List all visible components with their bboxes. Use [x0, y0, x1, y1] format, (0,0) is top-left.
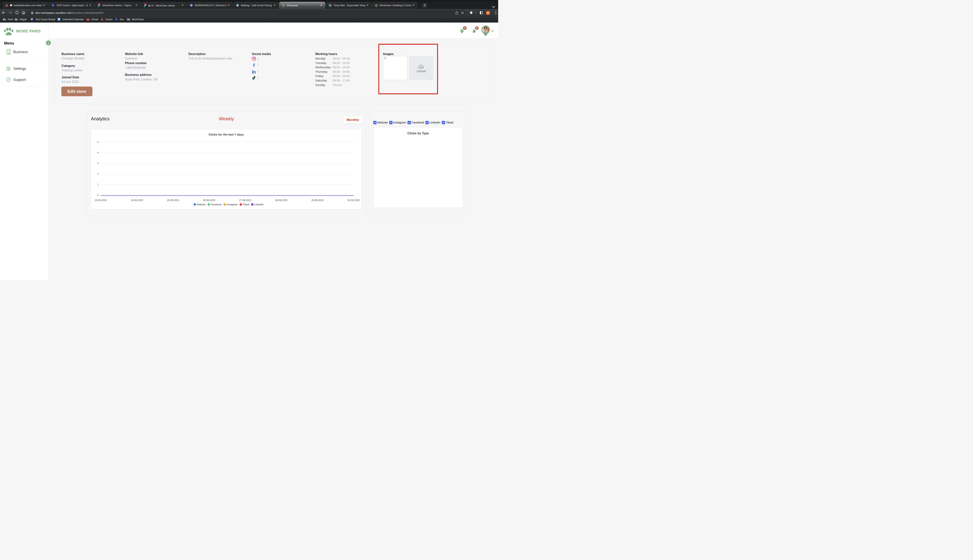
svg-text:?: ? [8, 78, 9, 81]
svg-text:19: 19 [58, 19, 60, 20]
